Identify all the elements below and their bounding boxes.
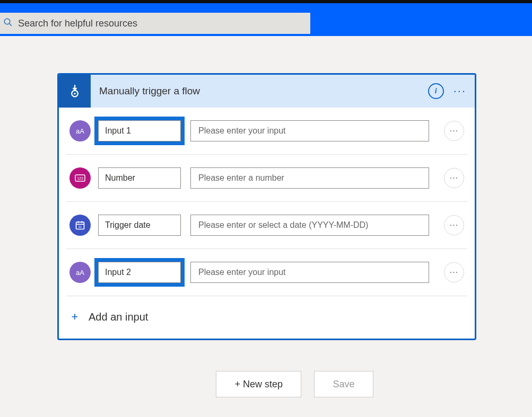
- card-body: aA···123···21···aA··· + Add an input: [59, 108, 475, 339]
- save-button[interactable]: Save: [314, 371, 373, 397]
- svg-point-3: [74, 93, 76, 95]
- input-description-field[interactable]: [190, 120, 429, 141]
- input-name-wrap: [98, 215, 181, 236]
- info-icon[interactable]: i: [428, 83, 444, 99]
- input-description-field[interactable]: [190, 262, 429, 283]
- trigger-card: Manually trigger a flow i ··· aA···123··…: [57, 73, 476, 340]
- input-name-field[interactable]: [98, 262, 181, 283]
- search-input[interactable]: [18, 18, 303, 29]
- svg-text:123: 123: [77, 176, 83, 180]
- input-row: aA···: [66, 249, 467, 296]
- row-menu-button[interactable]: ···: [444, 121, 464, 141]
- input-description-field[interactable]: [190, 215, 429, 236]
- input-name-field[interactable]: [98, 215, 181, 236]
- text-type-icon: aA: [69, 262, 91, 283]
- input-row: aA···: [66, 108, 467, 155]
- card-title: Manually trigger a flow: [99, 85, 428, 97]
- number-type-icon: 123: [69, 167, 91, 189]
- new-step-button[interactable]: + New step: [216, 371, 301, 397]
- input-row: 123···: [66, 155, 467, 202]
- flow-canvas: Manually trigger a flow i ··· aA···123··…: [0, 36, 532, 397]
- row-menu-button[interactable]: ···: [444, 215, 464, 235]
- add-input-label: Add an input: [89, 311, 148, 323]
- row-menu-button[interactable]: ···: [444, 168, 464, 188]
- input-name-field[interactable]: [98, 120, 181, 141]
- search-icon: [3, 17, 13, 30]
- svg-point-0: [4, 19, 10, 24]
- plus-icon: +: [69, 310, 80, 324]
- svg-text:21: 21: [79, 225, 82, 228]
- date-type-icon: 21: [69, 215, 91, 236]
- input-description-field[interactable]: [190, 167, 429, 189]
- text-type-icon: aA: [69, 120, 91, 141]
- add-input-button[interactable]: + Add an input: [66, 296, 467, 339]
- card-menu-icon[interactable]: ···: [453, 84, 466, 98]
- trigger-icon: [59, 75, 91, 108]
- input-name-field[interactable]: [98, 167, 181, 189]
- svg-line-1: [10, 23, 12, 25]
- top-bar: [0, 0, 532, 36]
- card-header[interactable]: Manually trigger a flow i ···: [59, 75, 475, 108]
- row-menu-button[interactable]: ···: [444, 262, 464, 282]
- search-box[interactable]: [0, 13, 310, 34]
- input-name-wrap: [98, 120, 181, 141]
- input-name-wrap: [98, 262, 181, 283]
- input-name-wrap: [98, 167, 181, 189]
- footer-buttons: + New step Save: [57, 371, 532, 397]
- input-row: 21···: [66, 202, 467, 249]
